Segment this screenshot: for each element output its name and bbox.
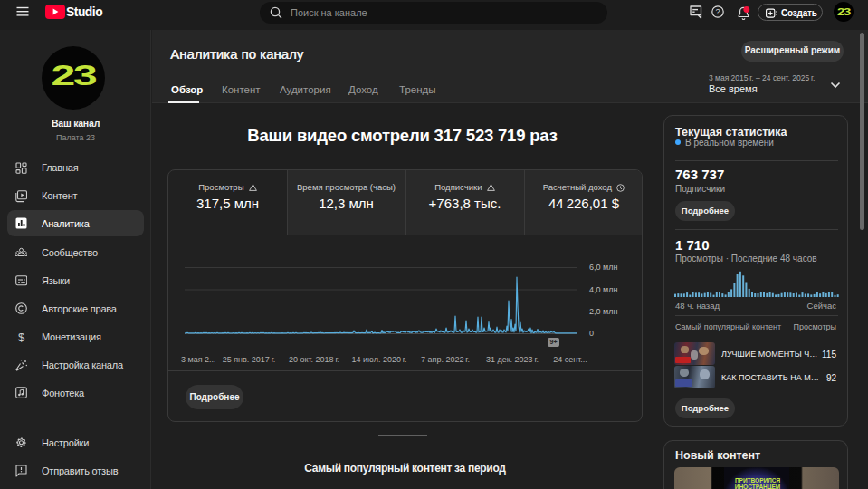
svg-text:?: ? [715, 7, 720, 16]
svg-text:$: $ [18, 331, 25, 343]
